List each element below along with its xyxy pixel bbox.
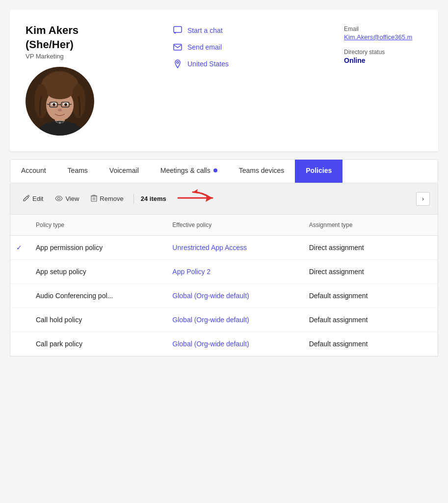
svg-rect-22 — [174, 27, 182, 32]
scroll-right-button[interactable]: › — [416, 192, 430, 206]
location-label: United States — [187, 60, 229, 68]
chat-icon — [173, 26, 183, 35]
tab-policies[interactable]: Policies — [295, 160, 343, 183]
row-4-policy-type: Call hold policy — [28, 316, 164, 324]
row-3-policy-type: Audio Conferencing pol... — [28, 292, 164, 300]
table-row: Call park policy Global (Org-wide defaul… — [10, 332, 438, 356]
tab-voicemail-label: Voicemail — [109, 167, 139, 174]
table-row: Call hold policy Global (Org-wide defaul… — [10, 308, 438, 332]
email-value[interactable]: Kim.Akers@office365.m — [344, 33, 422, 41]
table-header-row: Policy type Effective policy Assignment … — [10, 215, 438, 236]
th-assignment-type: Assignment type — [301, 220, 438, 230]
profile-right-section: Email Kim.Akers@office365.m Directory st… — [324, 24, 422, 64]
row-5-assignment-type: Default assignment — [301, 340, 438, 348]
start-chat-action[interactable]: Start a chat — [173, 26, 324, 35]
svg-marker-31 — [193, 189, 199, 194]
svg-rect-23 — [174, 44, 182, 50]
row-2-assignment-type: Direct assignment — [301, 268, 438, 276]
remove-icon — [91, 195, 97, 203]
row-5-effective-policy[interactable]: Global (Org-wide default) — [164, 340, 301, 348]
profile-left: Kim Akers (She/Her) VP Marketing — [26, 24, 133, 136]
start-chat-label: Start a chat — [187, 27, 223, 34]
directory-status-value: Online — [344, 56, 422, 64]
table-row: Audio Conferencing pol... Global (Org-wi… — [10, 284, 438, 308]
row-2-effective-policy[interactable]: App Policy 2 — [164, 268, 301, 276]
remove-label: Remove — [100, 195, 123, 202]
row-3-assignment-type: Default assignment — [301, 292, 438, 300]
edit-label: Edit — [32, 195, 43, 202]
tab-teams-devices[interactable]: Teams devices — [228, 160, 295, 183]
row-4-assignment-type: Default assignment — [301, 316, 438, 324]
svg-rect-26 — [91, 196, 97, 201]
policies-table: Policy type Effective policy Assignment … — [10, 215, 438, 357]
toolbar-right: › — [416, 192, 430, 206]
tab-account[interactable]: Account — [10, 160, 57, 183]
send-email-action[interactable]: Send email — [173, 42, 324, 52]
svg-point-17 — [58, 109, 62, 112]
avatar — [26, 67, 94, 136]
email-icon — [173, 42, 183, 52]
svg-line-16 — [69, 104, 72, 105]
edit-button[interactable]: Edit — [18, 192, 48, 205]
tab-meetings-calls[interactable]: Meetings & calls — [150, 160, 228, 183]
view-label: View — [65, 195, 79, 202]
th-policy-type: Policy type — [28, 220, 164, 230]
profile-name-text: Kim Akers — [26, 24, 79, 36]
svg-point-10 — [53, 103, 55, 106]
toolbar-divider — [133, 194, 134, 204]
svg-point-4 — [34, 84, 48, 118]
th-effective-policy: Effective policy — [164, 220, 301, 230]
tab-voicemail[interactable]: Voicemail — [99, 160, 150, 183]
remove-button[interactable]: Remove — [86, 192, 128, 206]
svg-point-5 — [72, 84, 85, 118]
profile-pronouns: (She/Her) — [26, 38, 74, 51]
profile-actions: Start a chat Send email — [133, 24, 324, 76]
svg-point-21 — [59, 122, 61, 124]
row-5-policy-type: Call park policy — [28, 340, 164, 348]
meetings-dot-indicator — [213, 168, 217, 172]
row-1-assignment-type: Direct assignment — [301, 244, 438, 252]
svg-line-15 — [47, 104, 50, 105]
row-1-check: ✓ — [10, 244, 28, 252]
svg-point-11 — [64, 103, 67, 106]
svg-point-24 — [177, 61, 179, 63]
edit-icon — [23, 195, 30, 203]
email-label: Email — [344, 26, 422, 32]
table-row: App setup policy App Policy 2 Direct ass… — [10, 260, 438, 284]
location-action[interactable]: United States — [173, 59, 324, 69]
row-3-effective-policy[interactable]: Global (Org-wide default) — [164, 292, 301, 300]
profile-name: Kim Akers (She/Her) — [26, 24, 133, 52]
tab-teams-devices-label: Teams devices — [239, 167, 285, 174]
tab-meetings-calls-label: Meetings & calls — [160, 167, 211, 174]
red-arrow-indicator — [173, 188, 217, 209]
row-2-policy-type: App setup policy — [28, 268, 164, 276]
toolbar: Edit View Remove — [10, 183, 438, 215]
row-1-policy-type: App permission policy — [28, 244, 164, 252]
tabs-container: Account Teams Voicemail Meetings & calls… — [10, 159, 438, 183]
profile-title: VP Marketing — [26, 53, 133, 60]
profile-card: Kim Akers (She/Her) VP Marketing — [10, 10, 438, 151]
table-row: ✓ App permission policy Unrestricted App… — [10, 236, 438, 260]
items-count: 24 items — [141, 195, 166, 202]
directory-status-label: Directory status — [344, 49, 422, 56]
th-check — [10, 220, 28, 230]
svg-point-25 — [58, 197, 60, 199]
location-icon — [173, 59, 183, 69]
tab-teams[interactable]: Teams — [57, 160, 99, 183]
svg-point-7 — [47, 85, 73, 99]
checkmark-icon: ✓ — [16, 244, 22, 252]
row-4-effective-policy[interactable]: Global (Org-wide default) — [164, 316, 301, 324]
avatar-image — [26, 67, 94, 136]
view-icon — [55, 195, 63, 203]
tab-policies-label: Policies — [306, 167, 332, 174]
page-wrapper: Kim Akers (She/Her) VP Marketing — [0, 10, 448, 503]
send-email-label: Send email — [187, 43, 222, 51]
row-1-effective-policy[interactable]: Unrestricted App Access — [164, 244, 301, 252]
tab-teams-label: Teams — [68, 167, 88, 174]
view-button[interactable]: View — [50, 193, 84, 205]
tab-account-label: Account — [21, 167, 46, 174]
